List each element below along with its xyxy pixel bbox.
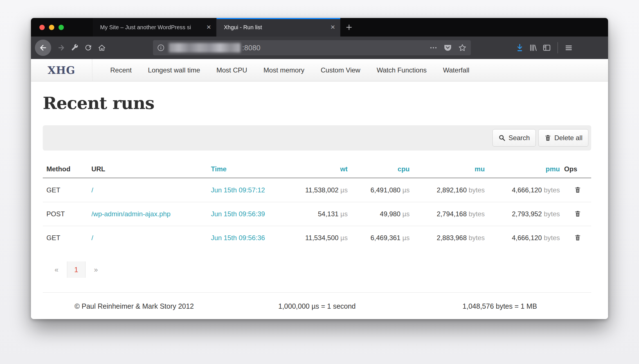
run-method: GET — [43, 178, 88, 202]
nav-item-recent[interactable]: Recent — [102, 66, 140, 74]
wrench-icon — [71, 44, 79, 52]
table-header-row: Method URL Time wt cpu mu pmu Ops — [43, 161, 591, 178]
page-title: Recent runs — [43, 93, 591, 113]
run-time-link[interactable]: Jun 15th 09:56:36 — [211, 234, 265, 242]
zoom-window-button[interactable] — [58, 25, 64, 30]
desktop-background: My Site – Just another WordPress si ✕ Xh… — [0, 0, 639, 364]
col-method: Method — [43, 161, 88, 178]
menu-button[interactable] — [562, 41, 575, 54]
tab-xhgui-run-list[interactable]: Xhgui - Run list ✕ — [217, 18, 340, 37]
trash-icon — [544, 134, 552, 142]
url-port: :8080 — [242, 44, 260, 52]
new-tab-button[interactable] — [340, 18, 358, 37]
tab-bar: My Site – Just another WordPress si ✕ Xh… — [31, 18, 608, 37]
hamburger-icon — [564, 43, 573, 52]
page-tools-button[interactable] — [68, 41, 82, 54]
col-mu-sort[interactable]: mu — [410, 161, 485, 178]
run-wt: 54,131 µs — [275, 202, 348, 226]
library-button[interactable] — [526, 41, 540, 54]
pagination-page-1[interactable]: 1 — [67, 261, 86, 278]
url-bar[interactable]: :8080 — [153, 40, 471, 55]
actions-panel: Search Delete all — [43, 125, 591, 151]
run-url-link[interactable]: / — [91, 234, 93, 242]
footer-copyright: © Paul Reinheimer & Mark Story 2012 — [43, 302, 226, 310]
runs-table: Method URL Time wt cpu mu pmu Ops GET — [43, 161, 591, 250]
col-pmu-sort[interactable]: pmu — [485, 161, 561, 178]
library-icon — [529, 43, 538, 52]
run-time-link[interactable]: Jun 15th 09:57:12 — [211, 186, 265, 194]
downloads-button[interactable] — [513, 41, 526, 54]
nav-item-longest-wall-time[interactable]: Longest wall time — [140, 66, 208, 74]
site-footer: © Paul Reinheimer & Mark Story 2012 1,00… — [43, 292, 591, 310]
browser-window: My Site – Just another WordPress si ✕ Xh… — [31, 18, 608, 319]
table-row: POST /wp-admin/admin-ajax.php Jun 15th 0… — [43, 202, 591, 226]
delete-all-button[interactable]: Delete all — [538, 129, 588, 147]
col-ops: Ops — [561, 161, 591, 178]
nav-item-most-memory[interactable]: Most memory — [255, 66, 312, 74]
close-tab-icon[interactable]: ✕ — [330, 24, 335, 31]
delete-run-button[interactable] — [573, 185, 582, 195]
run-pmu: 4,666,120 bytes — [485, 178, 561, 202]
run-mu: 2,794,168 bytes — [410, 202, 485, 226]
home-button[interactable] — [95, 41, 109, 54]
pocket-icon[interactable] — [443, 43, 452, 52]
app-navbar: XHG Recent Longest wall time Most CPU Mo… — [31, 59, 608, 81]
nav-item-custom-view[interactable]: Custom View — [312, 66, 368, 74]
tab-title: Xhgui - Run list — [224, 24, 326, 31]
footer-time-note: 1,000,000 µs = 1 second — [226, 302, 408, 310]
run-pmu: 2,793,952 bytes — [485, 202, 561, 226]
nav-item-most-cpu[interactable]: Most CPU — [208, 66, 255, 74]
sidebar-toggle-button[interactable] — [540, 41, 554, 54]
run-cpu: 6,469,361 µs — [348, 226, 410, 250]
page-actions-icon[interactable] — [429, 44, 438, 52]
run-method: POST — [43, 202, 88, 226]
run-time-link[interactable]: Jun 15th 09:56:39 — [211, 210, 265, 218]
pagination-prev[interactable]: « — [50, 266, 63, 274]
redacted-host — [169, 43, 240, 53]
forward-arrow-icon — [57, 44, 66, 52]
plus-icon — [345, 23, 353, 31]
run-pmu: 4,666,120 bytes — [485, 226, 561, 250]
run-method: GET — [43, 226, 88, 250]
window-controls — [31, 18, 93, 37]
trash-icon — [574, 186, 581, 194]
bookmark-star-icon[interactable] — [458, 43, 467, 52]
col-url: URL — [88, 161, 207, 178]
nav-item-waterfall[interactable]: Waterfall — [435, 66, 478, 74]
xhgui-logo[interactable]: XHG — [31, 59, 92, 81]
forward-button[interactable] — [55, 41, 68, 54]
tab-title: My Site – Just another WordPress si — [100, 24, 202, 31]
run-wt: 11,538,002 µs — [275, 178, 348, 202]
tab-wordpress-site[interactable]: My Site – Just another WordPress si ✕ — [93, 18, 217, 37]
reload-icon — [84, 44, 93, 52]
close-tab-icon[interactable]: ✕ — [206, 24, 211, 31]
minimize-window-button[interactable] — [49, 25, 54, 30]
trash-icon — [574, 210, 581, 217]
run-cpu: 49,980 µs — [348, 202, 410, 226]
pagination-next[interactable]: » — [89, 266, 102, 274]
close-window-button[interactable] — [39, 25, 45, 30]
run-url-link[interactable]: / — [91, 186, 93, 194]
site-info-icon[interactable] — [157, 44, 165, 52]
delete-run-button[interactable] — [573, 233, 582, 242]
run-mu: 2,883,968 bytes — [410, 226, 485, 250]
col-time-sort[interactable]: Time — [207, 161, 275, 178]
run-wt: 11,534,500 µs — [275, 226, 348, 250]
home-icon — [98, 44, 106, 52]
delete-run-button[interactable] — [573, 209, 582, 219]
table-row: GET / Jun 15th 09:57:12 11,538,002 µs 6,… — [43, 178, 591, 202]
table-row: GET / Jun 15th 09:56:36 11,534,500 µs 6,… — [43, 226, 591, 250]
browser-toolbar: :8080 — [31, 37, 608, 59]
toolbar-divider — [557, 42, 558, 53]
col-cpu-sort[interactable]: cpu — [348, 161, 410, 178]
footer-bytes-note: 1,048,576 bytes = 1 MB — [408, 302, 591, 310]
search-icon — [498, 134, 506, 142]
run-url-link[interactable]: /wp-admin/admin-ajax.php — [91, 210, 170, 218]
reload-button[interactable] — [82, 41, 95, 54]
nav-item-watch-functions[interactable]: Watch Functions — [368, 66, 435, 74]
page-content: XHG Recent Longest wall time Most CPU Mo… — [31, 59, 608, 319]
trash-icon — [574, 234, 581, 241]
back-button[interactable] — [35, 40, 51, 56]
search-button[interactable]: Search — [492, 129, 536, 147]
col-wt-sort[interactable]: wt — [275, 161, 348, 178]
